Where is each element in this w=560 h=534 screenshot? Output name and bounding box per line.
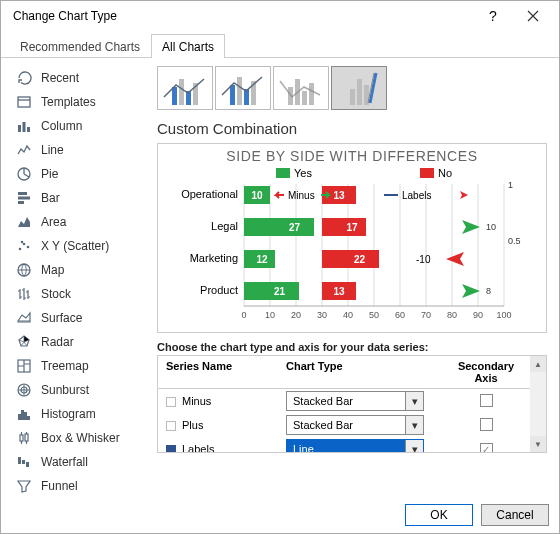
sidebar-item-line[interactable]: Line: [9, 138, 147, 162]
series-section-label: Choose the chart type and axis for your …: [157, 341, 547, 353]
series-name: Plus: [182, 419, 203, 431]
grid-header-name: Series Name: [158, 356, 282, 388]
titlebar: Change Chart Type ?: [1, 1, 559, 31]
svg-text:10: 10: [486, 222, 496, 232]
svg-text:30: 30: [317, 310, 327, 320]
svg-rect-23: [22, 460, 25, 464]
sidebar-item-label: Line: [41, 143, 64, 157]
svg-text:Legal: Legal: [211, 220, 238, 232]
combo-subtype-3[interactable]: [273, 66, 329, 110]
series-row[interactable]: Minus Stacked Bar▾: [158, 389, 530, 413]
sidebar-item-pie[interactable]: Pie: [9, 162, 147, 186]
sidebar-item-recent[interactable]: Recent: [9, 66, 147, 90]
svg-text:12: 12: [256, 254, 268, 265]
series-row[interactable]: Plus Stacked Bar▾: [158, 413, 530, 437]
series-row[interactable]: Labels Line▾ ✓: [158, 437, 530, 453]
combo-subtype-2[interactable]: [215, 66, 271, 110]
chart-type-select[interactable]: Line▾: [286, 439, 424, 453]
secondary-axis-checkbox[interactable]: [480, 394, 493, 407]
sidebar-item-label: Column: [41, 119, 82, 133]
svg-text:50: 50: [369, 310, 379, 320]
sidebar-item-label: Treemap: [41, 359, 89, 373]
svg-rect-0: [18, 97, 30, 107]
sidebar-item-label: Area: [41, 215, 66, 229]
waterfall-icon: [15, 454, 33, 470]
histogram-icon: [15, 406, 33, 422]
svg-rect-53: [244, 218, 314, 236]
sidebar-item-label: Bar: [41, 191, 60, 205]
sidebar-item-column[interactable]: Column: [9, 114, 147, 138]
help-button[interactable]: ?: [473, 2, 513, 30]
svg-text:21: 21: [274, 286, 286, 297]
svg-text:100: 100: [496, 310, 511, 320]
svg-rect-55: [322, 218, 366, 236]
series-color-swatch: [166, 421, 176, 431]
sidebar-item-funnel[interactable]: Funnel: [9, 474, 147, 496]
grid-header-axis: Secondary Axis: [442, 356, 530, 388]
scatter-icon: [15, 238, 33, 254]
recent-icon: [15, 70, 33, 86]
svg-point-9: [23, 243, 26, 246]
svg-rect-20: [20, 435, 23, 441]
svg-text:22: 22: [354, 254, 366, 265]
sidebar-item-sunburst[interactable]: Sunburst: [9, 378, 147, 402]
svg-rect-21: [25, 434, 28, 441]
treemap-icon: [15, 358, 33, 374]
svg-rect-19: [27, 416, 30, 420]
svg-text:10: 10: [251, 190, 263, 201]
svg-text:17: 17: [346, 222, 358, 233]
svg-text:10: 10: [265, 310, 275, 320]
svg-rect-16: [18, 414, 21, 420]
sidebar-item-label: Templates: [41, 95, 96, 109]
sidebar-item-histogram[interactable]: Histogram: [9, 402, 147, 426]
sidebar-item-templates[interactable]: Templates: [9, 90, 147, 114]
tab-all-charts[interactable]: All Charts: [151, 34, 225, 58]
svg-marker-52: [460, 191, 468, 199]
boxwhisker-icon: [15, 430, 33, 446]
sidebar-item-area[interactable]: Area: [9, 210, 147, 234]
svg-text:Operational: Operational: [181, 188, 238, 200]
grid-header-type: Chart Type: [282, 356, 442, 388]
chart-preview[interactable]: SIDE BY SIDE WITH DIFFERENCES Yes No Ope…: [157, 143, 547, 333]
sidebar-item-label: Surface: [41, 311, 82, 325]
sidebar-item-scatter[interactable]: X Y (Scatter): [9, 234, 147, 258]
chart-type-select[interactable]: Stacked Bar▾: [286, 415, 424, 435]
sidebar-item-label: Radar: [41, 335, 74, 349]
sidebar-item-stock[interactable]: Stock: [9, 282, 147, 306]
sidebar-item-boxwhisker[interactable]: Box & Whisker: [9, 426, 147, 450]
close-button[interactable]: [513, 2, 553, 30]
secondary-axis-checkbox[interactable]: [480, 418, 493, 431]
combo-subtype-1[interactable]: [157, 66, 213, 110]
scroll-down-button[interactable]: ▼: [530, 436, 546, 452]
svg-text:1: 1: [508, 180, 513, 190]
sidebar-item-label: Recent: [41, 71, 79, 85]
scroll-up-button[interactable]: ▲: [530, 356, 546, 372]
chart-type-select[interactable]: Stacked Bar▾: [286, 391, 424, 411]
sidebar-item-label: Box & Whisker: [41, 431, 120, 445]
secondary-axis-checkbox[interactable]: ✓: [480, 443, 493, 454]
svg-text:Labels: Labels: [402, 190, 431, 201]
line-icon: [15, 142, 33, 158]
sidebar-item-surface[interactable]: Surface: [9, 306, 147, 330]
grid-scrollbar[interactable]: ▲ ▼: [530, 356, 546, 452]
column-icon: [15, 118, 33, 134]
bar-icon: [15, 190, 33, 206]
sidebar-item-waterfall[interactable]: Waterfall: [9, 450, 147, 474]
ok-button[interactable]: OK: [405, 504, 473, 526]
combo-subtype-custom[interactable]: [331, 66, 387, 110]
sidebar-item-map[interactable]: Map: [9, 258, 147, 282]
svg-rect-5: [18, 192, 27, 195]
close-icon: [527, 10, 539, 22]
svg-rect-60: [322, 250, 379, 268]
cancel-button[interactable]: Cancel: [481, 504, 549, 526]
sidebar-item-treemap[interactable]: Treemap: [9, 354, 147, 378]
templates-icon: [15, 94, 33, 110]
svg-text:90: 90: [473, 310, 483, 320]
svg-text:Minus: Minus: [288, 190, 315, 201]
series-color-swatch: [166, 397, 176, 407]
tab-recommended[interactable]: Recommended Charts: [9, 34, 151, 58]
surface-icon: [15, 310, 33, 326]
chevron-down-icon: ▾: [405, 440, 423, 453]
sidebar-item-radar[interactable]: Radar: [9, 330, 147, 354]
sidebar-item-bar[interactable]: Bar: [9, 186, 147, 210]
